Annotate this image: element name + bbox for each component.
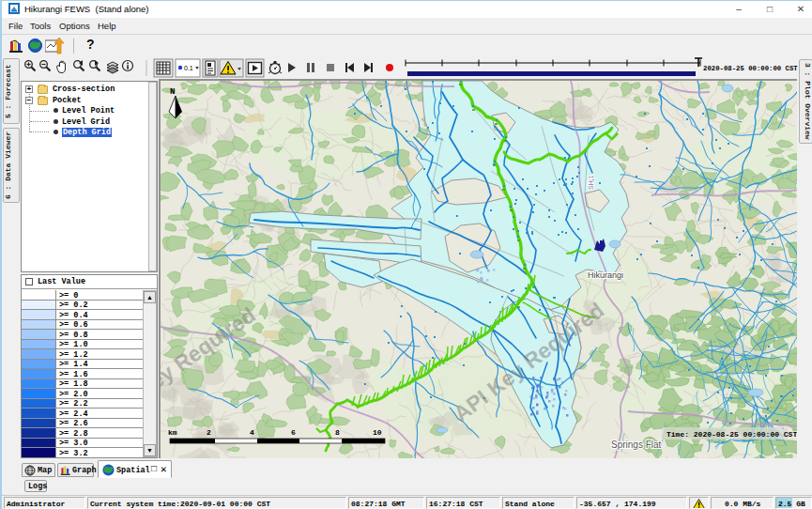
svg-text:Hikurangi: Hikurangi bbox=[588, 270, 623, 280]
svg-text:2020-08-25 00:00:00 CST: 2020-08-25 00:00:00 CST bbox=[703, 65, 798, 72]
svg-text:N: N bbox=[170, 87, 175, 97]
svg-text:Springs Flat: Springs Flat bbox=[611, 440, 662, 450]
svg-text:Time: 2020-08-25 00:00:00 CST: Time: 2020-08-25 00:00:00 CST bbox=[666, 430, 797, 439]
svg-text:10: 10 bbox=[373, 428, 382, 437]
svg-text:6: 6 bbox=[291, 428, 296, 437]
svg-text:8: 8 bbox=[335, 428, 340, 437]
svg-text:km: km bbox=[168, 428, 177, 437]
svg-text:4: 4 bbox=[250, 428, 254, 437]
svg-text:SH 1: SH 1 bbox=[588, 175, 594, 190]
svg-text:2: 2 bbox=[207, 428, 211, 437]
svg-text:0.1: 0.1 bbox=[184, 65, 193, 71]
